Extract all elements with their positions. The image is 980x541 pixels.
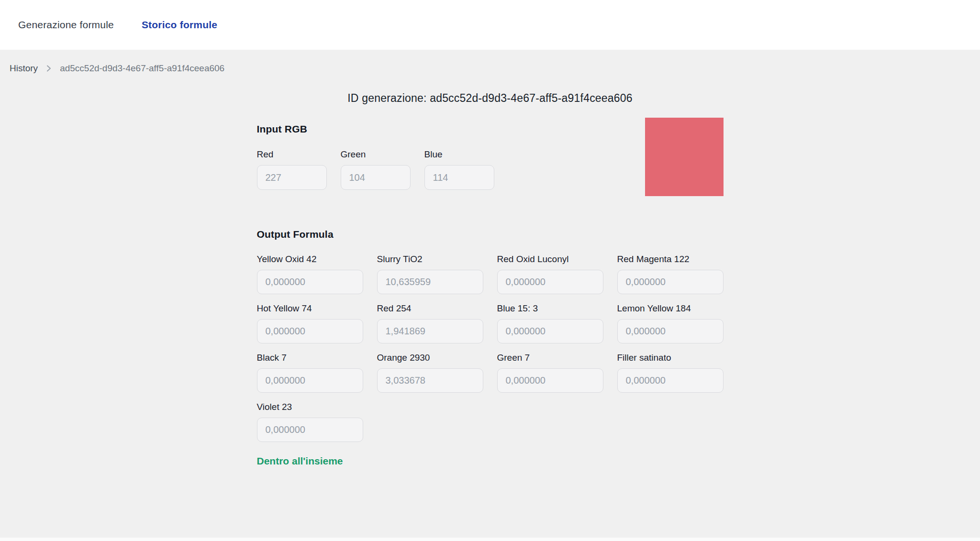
formula-label: Hot Yellow 74 [257, 303, 363, 314]
output-formula-section: Output Formula Yellow Oxid 42 Slurry TiO… [257, 229, 724, 467]
input-rgb-heading: Input RGB [257, 123, 494, 135]
red-input[interactable] [257, 165, 327, 190]
formula-field-red-254: Red 254 [377, 303, 483, 343]
output-formula-heading: Output Formula [257, 229, 724, 240]
page-title: ID generazione: ad5cc52d-d9d3-4e67-aff5-… [257, 92, 724, 105]
formula-input-blue-15-3[interactable] [497, 319, 603, 343]
in-gamut-status: Dentro all'insieme [257, 455, 724, 467]
formula-input-filler-satinato[interactable] [617, 368, 724, 393]
breadcrumb-current-id: ad5cc52d-d9d3-4e67-aff5-a91f4ceea606 [60, 63, 224, 74]
formula-label: Blue 15: 3 [497, 303, 603, 314]
bottom-strip [0, 538, 980, 541]
formula-input-violet-23[interactable] [257, 418, 363, 442]
rgb-field-green: Green [341, 149, 411, 190]
formula-input-black-7[interactable] [257, 368, 363, 393]
formula-field-filler-satinato: Filler satinato [617, 353, 724, 393]
formula-field-red-magenta-122: Red Magenta 122 [617, 254, 724, 294]
breadcrumb-history-link[interactable]: History [10, 63, 38, 74]
formula-label: Red 254 [377, 303, 483, 314]
formula-field-lemon-yellow-184: Lemon Yellow 184 [617, 303, 724, 343]
formula-label: Filler satinato [617, 353, 724, 363]
formula-label: Red Magenta 122 [617, 254, 724, 265]
input-rgb-section: Input RGB Red Green Blue [257, 123, 724, 196]
formula-field-green-7: Green 7 [497, 353, 603, 393]
formula-input-green-7[interactable] [497, 368, 603, 393]
formula-label: Black 7 [257, 353, 363, 363]
formula-field-violet-23: Violet 23 [257, 402, 363, 442]
formula-label: Lemon Yellow 184 [617, 303, 724, 314]
tab-generazione-formule[interactable]: Generazione formule [18, 19, 114, 31]
formula-label: Violet 23 [257, 402, 363, 412]
color-swatch [645, 118, 724, 196]
formula-input-yellow-oxid-42[interactable] [257, 270, 363, 294]
formula-input-hot-yellow-74[interactable] [257, 319, 363, 343]
formula-field-hot-yellow-74: Hot Yellow 74 [257, 303, 363, 343]
formula-label: Orange 2930 [377, 353, 483, 363]
formula-input-red-magenta-122[interactable] [617, 270, 724, 294]
rgb-fields: Red Green Blue [257, 149, 494, 190]
formula-field-black-7: Black 7 [257, 353, 363, 393]
rgb-field-blue: Blue [424, 149, 494, 190]
tab-storico-formule[interactable]: Storico formule [142, 19, 217, 31]
formula-label: Red Oxid Luconyl [497, 254, 603, 265]
formula-label: Slurry TiO2 [377, 254, 483, 265]
rgb-field-red: Red [257, 149, 327, 190]
red-label: Red [257, 149, 327, 160]
formula-input-red-oxid-luconyl[interactable] [497, 270, 603, 294]
top-nav: Generazione formule Storico formule [0, 0, 980, 50]
formula-input-red-254[interactable] [377, 319, 483, 343]
formula-grid: Yellow Oxid 42 Slurry TiO2 Red Oxid Luco… [257, 254, 724, 442]
formula-field-yellow-oxid-42: Yellow Oxid 42 [257, 254, 363, 294]
formula-input-lemon-yellow-184[interactable] [617, 319, 724, 343]
breadcrumb: History ad5cc52d-d9d3-4e67-aff5-a91f4cee… [0, 50, 980, 74]
formula-input-orange-2930[interactable] [377, 368, 483, 393]
blue-label: Blue [424, 149, 494, 160]
formula-label: Yellow Oxid 42 [257, 254, 363, 265]
formula-field-slurry-tio2: Slurry TiO2 [377, 254, 483, 294]
main-content: ID generazione: ad5cc52d-d9d3-4e67-aff5-… [257, 92, 724, 467]
chevron-right-icon [45, 65, 53, 72]
input-rgb-block: Input RGB Red Green Blue [257, 123, 494, 196]
formula-field-red-oxid-luconyl: Red Oxid Luconyl [497, 254, 603, 294]
formula-input-slurry-tio2[interactable] [377, 270, 483, 294]
formula-label: Green 7 [497, 353, 603, 363]
blue-input[interactable] [424, 165, 494, 190]
formula-field-orange-2930: Orange 2930 [377, 353, 483, 393]
formula-field-blue-15-3: Blue 15: 3 [497, 303, 603, 343]
green-label: Green [341, 149, 411, 160]
green-input[interactable] [341, 165, 411, 190]
